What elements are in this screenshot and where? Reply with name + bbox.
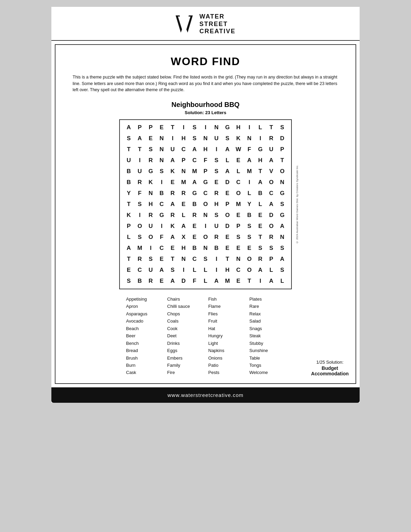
previous-solution-box: 1/25 Solution: BudgetAccommodation [311, 360, 349, 376]
grid-cell-10-3: F [156, 232, 167, 243]
grid-container: APPETISINGHILTSSAENIHSNUSKNIRDTTSNUCAHIA… [73, 119, 338, 289]
grid-cell-14-4: A [167, 276, 178, 287]
grid-cell-1-2: E [145, 133, 156, 144]
grid-cell-8-8: S [211, 210, 222, 221]
grid-cell-0-9: G [222, 122, 233, 133]
grid-cell-5-14: N [277, 177, 288, 188]
word-item: Asparagus [126, 310, 162, 317]
word-item: Fire [167, 369, 203, 376]
grid-cell-6-12: B [255, 188, 266, 199]
word-item: Avocado [126, 317, 162, 325]
grid-cell-13-1: C [134, 265, 145, 276]
word-item: Chops [167, 310, 203, 317]
grid-cell-5-6: A [189, 177, 200, 188]
grid-cell-6-5: R [178, 188, 189, 199]
grid-cell-2-10: W [233, 144, 244, 155]
grid-cell-1-6: S [189, 133, 200, 144]
word-item: Embers [167, 354, 203, 362]
word-item: Plates [249, 295, 285, 303]
grid-cell-4-2: G [145, 166, 156, 177]
grid-cell-5-1: R [134, 177, 145, 188]
grid-cell-9-5: A [178, 221, 189, 232]
header: WATER STREET CREATIVE [51, 7, 360, 41]
grid-cell-14-12: I [255, 276, 266, 287]
grid-cell-4-7: P [200, 166, 211, 177]
puzzle-title: WORD FIND [73, 55, 338, 68]
grid-cell-3-1: I [134, 155, 145, 166]
grid-cell-4-10: L [233, 166, 244, 177]
grid-cell-10-8: R [211, 232, 222, 243]
copyright-area: © 2024 Australian Word Games Dist. by Cr… [296, 120, 299, 289]
grid-cell-14-8: A [211, 276, 222, 287]
grid-cell-1-10: K [233, 133, 244, 144]
grid-cell-5-5: M [178, 177, 189, 188]
grid-cell-1-7: N [200, 133, 211, 144]
grid-cell-0-7: I [200, 122, 211, 133]
grid-cell-6-14: G [277, 188, 288, 199]
grid-cell-12-4: T [167, 254, 178, 265]
word-item: Welcome [249, 369, 285, 376]
grid-cell-11-12: S [255, 243, 266, 254]
grid-cell-12-10: N [233, 254, 244, 265]
grid-cell-2-4: U [167, 144, 178, 155]
grid-cell-4-12: T [255, 166, 266, 177]
grid-cell-5-9: D [222, 177, 233, 188]
grid-cell-14-2: R [145, 276, 156, 287]
grid-cell-2-6: A [189, 144, 200, 155]
word-item: Beer [126, 332, 162, 339]
grid-cell-1-1: A [134, 133, 145, 144]
footer-url: www.waterstreetcreative.com [167, 392, 244, 398]
grid-cell-8-4: R [167, 210, 178, 221]
grid-cell-7-3: C [156, 199, 167, 210]
grid-cell-10-12: T [255, 232, 266, 243]
grid-cell-11-13: S [266, 243, 277, 254]
grid-cell-13-12: A [255, 265, 266, 276]
grid-cell-8-11: B [244, 210, 255, 221]
grid-cell-8-2: R [145, 210, 156, 221]
grid-cell-11-11: E [244, 243, 255, 254]
grid-cell-10-6: E [189, 232, 200, 243]
word-item: Hat [208, 325, 244, 332]
grid-cell-1-5: H [178, 133, 189, 144]
word-item: Pests [208, 369, 244, 376]
grid-cell-13-0: E [123, 265, 134, 276]
grid-cell-14-11: T [244, 276, 255, 287]
grid-cell-5-10: C [233, 177, 244, 188]
grid-cell-9-13: O [266, 221, 277, 232]
grid-cell-0-10: H [233, 122, 244, 133]
grid-cell-3-8: S [211, 155, 222, 166]
grid-cell-11-9: E [222, 243, 233, 254]
grid-cell-5-13: O [266, 177, 277, 188]
grid-cell-9-6: E [189, 221, 200, 232]
grid-cell-5-11: I [244, 177, 255, 188]
grid-cell-12-11: O [244, 254, 255, 265]
word-item: Chairs [167, 295, 203, 303]
grid-cell-4-1: U [134, 166, 145, 177]
grid-cell-6-4: R [167, 188, 178, 199]
grid-cell-0-2: P [145, 122, 156, 133]
word-item: Napkins [208, 347, 244, 354]
grid-cell-14-5: D [178, 276, 189, 287]
grid-cell-13-10: C [233, 265, 244, 276]
grid-cell-0-0: A [123, 122, 134, 133]
word-item: Fish [208, 295, 244, 303]
grid-cell-5-4: E [167, 177, 178, 188]
word-column-3: FishFlameFliesFruitHatHungryLightNapkins… [206, 295, 247, 376]
grid-cell-13-4: S [167, 265, 178, 276]
grid-cell-13-11: O [244, 265, 255, 276]
word-item: Flame [208, 303, 244, 310]
grid-cell-12-1: R [134, 254, 145, 265]
grid-cell-3-12: H [255, 155, 266, 166]
grid-cell-14-6: F [189, 276, 200, 287]
grid-cell-2-0: T [123, 144, 134, 155]
word-item: Stubby [249, 340, 285, 347]
grid-cell-7-6: B [189, 199, 200, 210]
grid-cell-8-12: E [255, 210, 266, 221]
grid-cell-12-3: E [156, 254, 167, 265]
grid-cell-4-5: N [178, 166, 189, 177]
grid-cell-3-2: R [145, 155, 156, 166]
grid-cell-3-14: T [277, 155, 288, 166]
grid-cell-1-14: D [277, 133, 288, 144]
grid-cell-9-4: K [167, 221, 178, 232]
grid-cell-3-4: A [167, 155, 178, 166]
